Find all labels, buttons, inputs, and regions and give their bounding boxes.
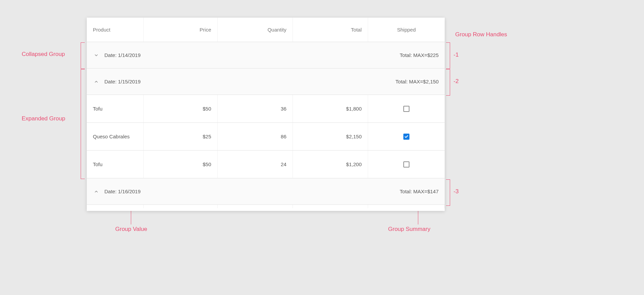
cell-shipped <box>368 151 445 178</box>
bracket-handle-2 <box>446 69 450 96</box>
column-header-price[interactable]: Price <box>144 18 218 42</box>
cell-quantity: 86 <box>218 123 293 150</box>
cell-price: $50 <box>144 151 218 178</box>
column-header-shipped[interactable]: Shipped <box>368 18 445 42</box>
chevron-up-icon[interactable] <box>93 78 100 85</box>
cell-quantity: 36 <box>218 95 293 122</box>
cell-price: $50 <box>144 95 218 122</box>
table-row[interactable]: Tofu $50 36 $1,800 <box>87 95 445 123</box>
table-row[interactable]: Tofu $50 24 $1,200 <box>87 151 445 178</box>
column-header-label: Price <box>200 27 211 33</box>
group-summary: Total: MAX=$225 <box>400 52 439 58</box>
annotation-group-summary: Group Summary <box>388 226 430 233</box>
cell-product: Tofu <box>87 95 144 122</box>
bracket-expanded-group <box>81 69 85 179</box>
checkbox[interactable] <box>403 161 409 168</box>
annotation-handle-1: -1 <box>454 52 459 58</box>
annotation-group-value: Group Value <box>115 226 147 233</box>
cell-product: Queso Cabrales <box>87 123 144 150</box>
data-grid: Product Price Quantity Total Shipped Dat… <box>87 18 445 211</box>
cell-total: $2,150 <box>293 123 368 150</box>
cell-total: $1,200 <box>293 151 368 178</box>
cell-quantity: 24 <box>218 151 293 178</box>
group-summary: Total: MAX=$147 <box>400 189 439 194</box>
annotation-group-row-handles: Group Row Handles <box>455 31 507 38</box>
annotation-handle-2: -2 <box>454 78 459 85</box>
annotation-expanded-group: Expanded Group <box>22 115 65 122</box>
column-header-product[interactable]: Product <box>87 18 144 42</box>
cell-price: $25 <box>144 123 218 150</box>
annotation-collapsed-group: Collapsed Group <box>22 51 65 58</box>
cell-product: Tofu <box>87 151 144 178</box>
bracket-handle-1 <box>446 42 450 69</box>
cell-shipped <box>368 95 445 122</box>
column-header-label: Shipped <box>397 27 416 33</box>
chevron-down-icon[interactable] <box>93 52 100 59</box>
group-row[interactable]: Date: 1/15/2019 Total: MAX=$2,150 <box>87 68 445 95</box>
column-header-label: Total <box>351 27 362 33</box>
partial-row <box>87 205 445 208</box>
chevron-up-icon[interactable] <box>93 188 100 195</box>
group-label: Date: 1/15/2019 <box>104 79 141 84</box>
cell-shipped <box>368 123 445 150</box>
bracket-collapsed-group <box>81 42 85 69</box>
column-header-label: Product <box>93 27 110 33</box>
column-header-total[interactable]: Total <box>293 18 368 42</box>
checkbox[interactable] <box>403 106 409 112</box>
group-row[interactable]: Date: 1/14/2019 Total: MAX=$225 <box>87 42 445 68</box>
column-header-label: Quantity <box>267 27 286 33</box>
header-row: Product Price Quantity Total Shipped <box>87 18 445 42</box>
cell-total: $1,800 <box>293 95 368 122</box>
annotation-handle-3: -3 <box>454 188 459 195</box>
checkbox-checked[interactable] <box>403 134 409 140</box>
bracket-handle-3 <box>446 179 450 206</box>
column-header-quantity[interactable]: Quantity <box>218 18 293 42</box>
group-row[interactable]: Date: 1/16/2019 Total: MAX=$147 <box>87 178 445 205</box>
group-label: Date: 1/14/2019 <box>104 52 141 58</box>
group-label: Date: 1/16/2019 <box>104 189 141 194</box>
table-row[interactable]: Queso Cabrales $25 86 $2,150 <box>87 123 445 151</box>
group-summary: Total: MAX=$2,150 <box>396 79 439 84</box>
